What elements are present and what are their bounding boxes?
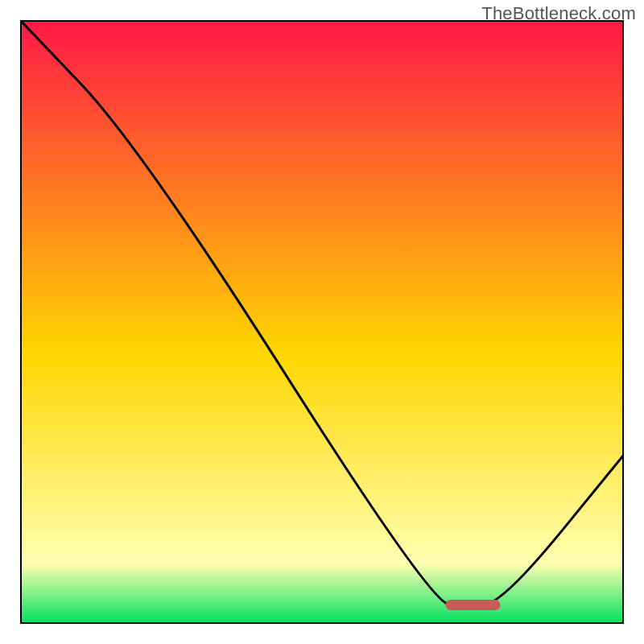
chart-container: TheBottleneck.com — [0, 0, 644, 644]
bottleneck-line-chart — [20, 20, 624, 624]
plot-area — [20, 20, 624, 624]
optimal-marker — [446, 600, 501, 610]
watermark-label: TheBottleneck.com — [481, 3, 636, 24]
gradient-background — [20, 20, 624, 624]
